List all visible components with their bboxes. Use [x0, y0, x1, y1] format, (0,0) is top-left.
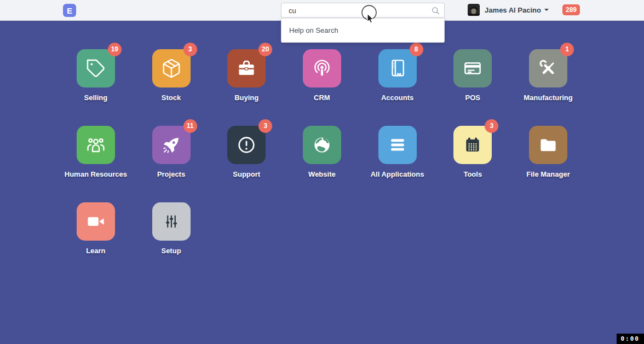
package-icon	[161, 58, 182, 79]
app-accounts: 8 Accounts	[360, 49, 435, 126]
desk-background: 19 Selling 3 Stock	[0, 21, 644, 344]
app-badge: 3	[485, 119, 498, 133]
app-label: Setup	[161, 247, 181, 255]
folder-icon	[538, 135, 559, 155]
app-tile-all-applications[interactable]	[378, 126, 417, 164]
app-label: Buying	[234, 94, 258, 102]
app-tile-support[interactable]: 3	[227, 126, 266, 164]
tag-icon	[85, 58, 106, 79]
app-label: Selling	[84, 94, 108, 102]
app-tile-stock[interactable]: 3	[152, 49, 191, 88]
app-stock: 3 Stock	[134, 49, 209, 126]
app-tile-accounts[interactable]: 8	[378, 49, 417, 88]
app-label: All Applications	[371, 170, 424, 178]
notification-count-badge[interactable]: 289	[562, 4, 580, 15]
app-badge: 11	[183, 119, 197, 133]
app-grid: 19 Selling 3 Stock	[58, 21, 586, 279]
app-selling: 19 Selling	[58, 49, 134, 126]
app-logo[interactable]: E	[63, 4, 76, 17]
app-tile-selling[interactable]: 19	[77, 49, 115, 88]
app-label: Projects	[157, 170, 185, 178]
app-tile-learn[interactable]	[77, 202, 115, 241]
ledger-book-icon	[387, 58, 408, 79]
briefcase-icon	[236, 58, 257, 79]
app-support: 3 Support	[209, 126, 284, 202]
app-badge: 20	[258, 43, 272, 56]
app-projects: 11 Projects	[134, 126, 209, 202]
app-manufacturing: 1 Manufacturing	[510, 49, 586, 126]
app-label: Manufacturing	[524, 94, 573, 102]
app-tile-setup[interactable]	[152, 202, 191, 241]
app-badge: 19	[108, 43, 122, 56]
chevron-down-icon	[544, 9, 549, 11]
recording-timer: 0:00	[617, 334, 644, 344]
app-buying: 20 Buying	[209, 49, 284, 126]
help-on-search-item[interactable]: Help on Search	[281, 19, 444, 42]
organization-icon	[85, 135, 106, 155]
search-input[interactable]	[281, 3, 444, 18]
app-tile-projects[interactable]: 11	[152, 126, 191, 164]
app-label: File Manager	[526, 170, 570, 178]
app-label: CRM	[314, 94, 330, 102]
app-file-manager: File Manager	[510, 126, 586, 202]
app-tile-file-manager[interactable]	[529, 126, 567, 164]
app-tile-tools[interactable]: 3	[453, 126, 492, 164]
user-menu[interactable]: James Al Pacino 289	[468, 4, 580, 16]
app-all-applications: All Applications	[360, 126, 435, 202]
sliders-icon	[162, 212, 181, 231]
search-icon	[431, 6, 440, 15]
app-label: Support	[233, 170, 260, 178]
app-website: Website	[284, 126, 360, 202]
app-tile-manufacturing[interactable]: 1	[529, 49, 567, 88]
app-label: Learn	[86, 247, 105, 255]
app-tools: 3 Tools	[435, 126, 510, 202]
app-label: POS	[465, 94, 480, 102]
credit-card-icon	[462, 58, 483, 79]
user-name[interactable]: James Al Pacino	[485, 6, 549, 14]
rocket-icon	[161, 135, 182, 155]
globe-icon	[312, 135, 332, 155]
search-dropdown: Help on Search	[281, 18, 445, 43]
app-badge: 8	[410, 43, 423, 56]
app-tile-website[interactable]	[303, 126, 341, 164]
app-badge: 3	[258, 119, 272, 133]
app-badge: 1	[560, 43, 574, 56]
app-label: Website	[308, 170, 336, 178]
app-badge: 3	[183, 43, 197, 56]
app-pos: POS	[435, 49, 510, 126]
app-crm: CRM	[284, 49, 360, 126]
issue-icon	[236, 135, 257, 155]
app-label: Accounts	[381, 94, 413, 102]
wrench-screwdriver-icon	[538, 58, 559, 79]
app-label: Human Resources	[65, 170, 127, 178]
avatar	[468, 4, 480, 16]
app-setup: Setup	[134, 202, 209, 279]
video-camera-icon	[85, 211, 106, 232]
app-tile-pos[interactable]	[453, 49, 492, 88]
app-learn: Learn	[58, 202, 134, 279]
broadcast-icon	[312, 58, 332, 79]
app-label: Stock	[162, 94, 181, 102]
app-human-resources: Human Resources	[58, 126, 134, 202]
app-tile-crm[interactable]	[303, 49, 341, 88]
calendar-icon	[463, 135, 482, 155]
global-search	[281, 3, 445, 18]
app-tile-buying[interactable]: 20	[227, 49, 266, 88]
app-tile-human-resources[interactable]	[77, 126, 115, 164]
menu-bars-icon	[387, 135, 408, 155]
app-label: Tools	[463, 170, 482, 178]
